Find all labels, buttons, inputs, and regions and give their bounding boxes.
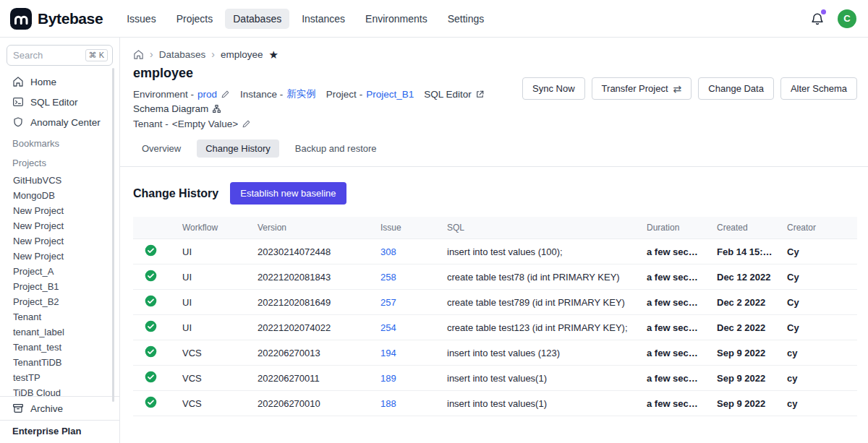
instance-link[interactable]: 新实例: [286, 87, 316, 100]
creator-cell: Cy: [780, 290, 857, 315]
issue-link[interactable]: 188: [380, 398, 396, 409]
establish-baseline-button[interactable]: Establish new baseline: [230, 182, 346, 205]
bytebase-logo[interactable]: Bytebase: [10, 8, 103, 30]
database-meta-row-2: Tenant - <Empty Value>: [133, 119, 522, 129]
favorite-star-icon[interactable]: ★: [268, 49, 278, 60]
archive-label: Archive: [30, 403, 63, 414]
issue-link[interactable]: 257: [380, 297, 396, 308]
project-link[interactable]: Project_B1: [366, 89, 414, 100]
sql-editor-link[interactable]: SQL Editor: [424, 89, 485, 100]
workflow-cell: VCS: [175, 366, 250, 391]
sidebar-project-mongodb[interactable]: MongoDB: [0, 188, 119, 203]
sidebar-project-new-project-3[interactable]: New Project: [0, 233, 119, 249]
nav-item-databases[interactable]: Databases: [225, 9, 289, 29]
table-row[interactable]: UI 20221202074022 254 create table test1…: [133, 315, 857, 340]
workflow-cell: VCS: [175, 340, 250, 366]
workflow-cell: UI: [175, 315, 250, 340]
search-input[interactable]: [13, 50, 85, 61]
alter-schema-button[interactable]: Alter Schema: [780, 77, 857, 100]
issue-link[interactable]: 189: [380, 373, 396, 384]
issue-link[interactable]: 258: [380, 272, 396, 283]
sidebar-project-new-project-2[interactable]: New Project: [0, 218, 119, 233]
table-row[interactable]: VCS 202206270013 194 insert into test va…: [133, 340, 857, 366]
sidebar-scrollbar[interactable]: [112, 68, 114, 402]
notification-dot: [821, 9, 826, 14]
table-row[interactable]: UI 20221202081843 258 create table test7…: [133, 264, 857, 290]
sidebar-project-project-a[interactable]: Project_A: [0, 264, 119, 279]
created-cell: Dec 2 2022: [710, 315, 780, 340]
edit-tenant-pencil-icon[interactable]: [242, 119, 251, 129]
success-check-icon: [145, 270, 157, 282]
breadcrumb-home-icon[interactable]: [133, 49, 144, 60]
sidebar-project-tenant-label[interactable]: tenant_label: [0, 324, 119, 340]
nav-item-environments[interactable]: Environments: [357, 9, 435, 29]
creator-cell: Cy: [780, 315, 857, 340]
user-avatar[interactable]: C: [838, 9, 856, 28]
tenant-meta: Tenant - <Empty Value>: [133, 119, 251, 129]
transfer-arrows-icon: ⇄: [673, 83, 682, 95]
change-data-button[interactable]: Change Data: [698, 77, 774, 100]
duration-cell: a few seconds: [639, 340, 710, 366]
sidebar-project-tenant-test[interactable]: Tenant_test: [0, 340, 119, 355]
sync-now-button[interactable]: Sync Now: [522, 77, 585, 100]
sidebar-item-anomaly-center[interactable]: Anomaly Center: [0, 112, 119, 132]
table-row[interactable]: UI 20221202081649 257 create table test7…: [133, 290, 857, 315]
sidebar-section-projects[interactable]: Projects: [0, 152, 119, 171]
breadcrumb-databases[interactable]: Databases: [159, 49, 206, 60]
sidebar-project-tidb-cloud[interactable]: TiDB Cloud: [0, 385, 119, 396]
schema-diagram-link[interactable]: Schema Diagram: [133, 103, 221, 114]
sidebar-project-githubvcs[interactable]: GitHubVCS: [0, 173, 119, 188]
sidebar-item-label: Home: [30, 77, 56, 87]
project-label: Project -: [326, 89, 362, 100]
sidebar-project-testtp[interactable]: testTP: [0, 370, 119, 385]
sidebar-item-home[interactable]: Home: [0, 72, 119, 92]
table-row[interactable]: UI 20230214072448 308 insert into test v…: [133, 239, 857, 264]
sidebar-project-tenant[interactable]: Tenant: [0, 309, 119, 324]
success-check-icon: [145, 345, 157, 358]
workflow-cell: VCS: [175, 391, 250, 416]
sidebar-project-tenanttidb[interactable]: TenantTiDB: [0, 355, 119, 370]
sidebar-project-project-b1[interactable]: Project_B1: [0, 279, 119, 294]
sidebar-item-sql-editor[interactable]: SQL Editor: [0, 92, 119, 112]
nav-item-instances[interactable]: Instances: [294, 9, 353, 29]
created-cell: Dec 2 2022: [710, 290, 780, 315]
sidebar-project-new-project-4[interactable]: New Project: [0, 249, 119, 264]
nav-item-issues[interactable]: Issues: [119, 9, 163, 29]
edit-environment-pencil-icon[interactable]: [221, 90, 230, 99]
version-cell: 20221202081649: [250, 290, 373, 315]
table-row[interactable]: VCS 202206270011 189 insert into test va…: [133, 366, 857, 391]
issue-link[interactable]: 194: [380, 348, 396, 358]
nav-item-projects[interactable]: Projects: [169, 9, 221, 29]
terminal-icon: [12, 96, 24, 108]
version-cell: 20221202081843: [250, 264, 373, 290]
column-created: Created: [710, 217, 780, 239]
sidebar-item-label: Anomaly Center: [30, 117, 101, 128]
success-check-icon: [145, 320, 157, 332]
search-box[interactable]: ⌘ K: [7, 45, 113, 66]
creator-cell: Cy: [780, 264, 857, 290]
transfer-project-button[interactable]: Transfer Project ⇄: [592, 77, 692, 100]
issue-link[interactable]: 308: [380, 246, 396, 257]
notifications-bell-icon[interactable]: [810, 12, 825, 26]
tab-overview[interactable]: Overview: [133, 139, 190, 158]
sidebar-section-bookmarks[interactable]: Bookmarks: [0, 132, 119, 152]
archive-icon: [12, 403, 24, 414]
sidebar-item-archive[interactable]: Archive: [0, 396, 119, 420]
issue-link[interactable]: 254: [380, 322, 396, 333]
creator-cell: cy: [780, 366, 857, 391]
tab-change-history[interactable]: Change History: [197, 139, 279, 158]
database-tabs: Overview Change History Backup and resto…: [120, 129, 868, 166]
tab-backup-and-restore[interactable]: Backup and restore: [286, 139, 386, 158]
sql-cell: insert into test values (123): [440, 340, 639, 366]
sql-cell: insert into test values (100);: [440, 239, 639, 264]
success-check-icon: [145, 371, 157, 383]
sidebar-project-project-b2[interactable]: Project_B2: [0, 294, 119, 309]
table-row[interactable]: VCS 202206270010 188 insert into test va…: [133, 391, 857, 416]
column-sql: SQL: [440, 217, 639, 239]
version-cell: 20221202074022: [250, 315, 373, 340]
nav-item-settings[interactable]: Settings: [440, 9, 493, 29]
chevron-right-icon: ›: [150, 48, 153, 60]
sidebar-project-new-project-1[interactable]: New Project: [0, 203, 119, 218]
environment-link[interactable]: prod: [197, 89, 217, 100]
environment-label: Environment -: [133, 89, 194, 100]
